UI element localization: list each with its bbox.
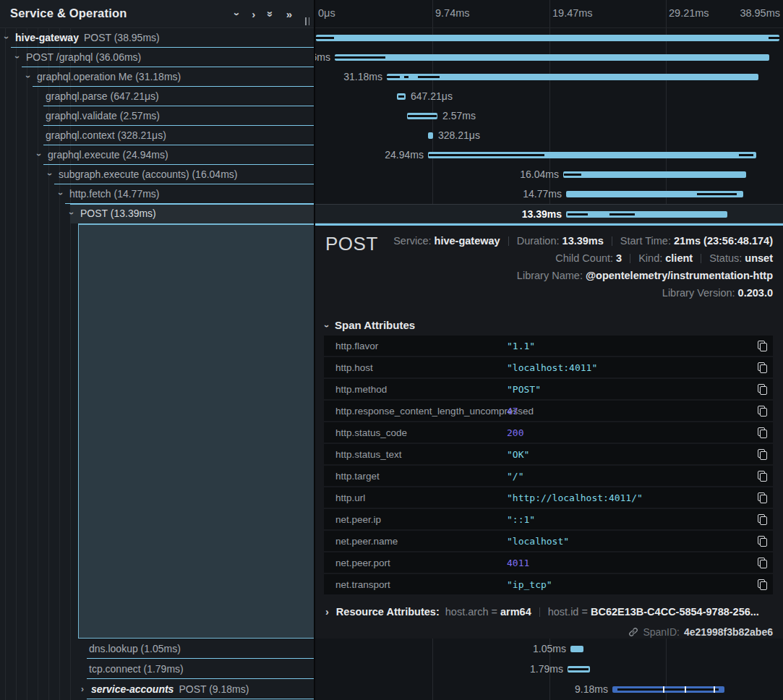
copy-icon[interactable]: [758, 471, 767, 482]
span-duration-bar[interactable]: [612, 686, 724, 693]
critical-path-segment: [335, 56, 385, 59]
span-bar-row[interactable]: 328.21μs: [315, 126, 783, 145]
span-tree-row[interactable]: ›hive-gatewayPOST (38.95ms): [0, 28, 314, 48]
attribute-key: http.target: [324, 471, 507, 482]
chevron-down-icon[interactable]: ›: [45, 173, 55, 176]
span-bar-row[interactable]: 1.05ms: [315, 639, 783, 659]
copy-icon[interactable]: [758, 492, 767, 503]
span-duration-bar[interactable]: [397, 93, 406, 100]
span-tree-row[interactable]: ›POST (13.39ms): [0, 204, 314, 223]
span-tree-row[interactable]: graphql.parse (647.21μs): [0, 87, 314, 106]
span-tree-row[interactable]: ›graphql.operation Me (31.18ms): [0, 67, 314, 87]
chevron-down-icon[interactable]: ›: [23, 75, 33, 78]
attribute-row: http.host"localhost:4011": [324, 357, 773, 377]
chevron-down-icon[interactable]: ›: [232, 12, 243, 16]
attribute-key: http.status_code: [324, 427, 507, 438]
span-bar-row[interactable]: 647.21μs: [315, 87, 783, 106]
chevron-down-icon[interactable]: ›: [67, 212, 77, 215]
span-tree-row[interactable]: graphql.validate (2.57ms): [0, 106, 314, 126]
span-tree-row[interactable]: ›graphql.execute (24.94ms): [0, 145, 314, 165]
span-duration-bar[interactable]: [568, 666, 590, 673]
child-span-tick: [663, 686, 664, 693]
service-name: service-accounts: [91, 683, 174, 695]
attribute-value: "localhost:4011": [507, 362, 751, 373]
span-duration-bar[interactable]: [387, 74, 758, 80]
bar-duration-label: 328.21μs: [438, 129, 480, 141]
span-detail-panel: POST Service: hive-gatewayDuration: 13.3…: [315, 223, 783, 639]
span-duration-bar[interactable]: [563, 171, 746, 178]
copy-icon[interactable]: [758, 449, 767, 460]
span-tree-row[interactable]: ›POST /graphql (36.06ms): [0, 48, 314, 67]
span-duration-bar[interactable]: [566, 191, 743, 197]
copy-icon[interactable]: [758, 427, 767, 438]
span-bar-row[interactable]: 2.57ms: [315, 106, 783, 126]
span-tree-row[interactable]: dns.lookup (1.05ms): [0, 639, 314, 659]
chevron-down-icon[interactable]: ›: [1, 36, 12, 39]
span-bar-row[interactable]: 24.94ms: [315, 145, 783, 165]
timeline-panel: 0μs9.74ms19.47ms29.21ms38.95ms 36.06ms31…: [315, 0, 783, 700]
attribute-key: http.method: [324, 384, 507, 395]
attribute-value: 47: [507, 406, 751, 417]
span-duration-bar[interactable]: [316, 35, 779, 41]
span-bar-row[interactable]: 31.18ms: [315, 67, 783, 87]
span-tree-row[interactable]: graphql.context (328.21μs): [0, 126, 314, 145]
field-label: Library Name:: [517, 270, 586, 281]
chevron-down-icon[interactable]: ›: [56, 192, 66, 195]
span-tree-row[interactable]: tcp.connect (1.79ms): [0, 660, 314, 679]
resource-attributes-toggle[interactable]: ›Resource Attributes: host.arch = arm64h…: [325, 606, 759, 618]
chevron-down-icon[interactable]: ›: [34, 153, 44, 156]
span-duration-bar[interactable]: [335, 54, 769, 61]
attribute-value: "localhost": [507, 536, 751, 547]
double-chevron-down-icon[interactable]: »: [265, 11, 276, 17]
attribute-value: "ip_tcp": [507, 579, 751, 590]
bar-duration-label: 1.05ms: [533, 643, 566, 654]
field-value: 21ms (23:56:48.174): [674, 235, 773, 247]
span-tree-row[interactable]: ›http.fetch (14.77ms): [0, 184, 314, 204]
field-value: hive-gateway: [435, 235, 500, 247]
attribute-value: "/": [507, 471, 751, 482]
attribute-key: net.peer.port: [324, 558, 507, 568]
attribute-key: http.status_text: [324, 449, 507, 460]
span-duration-bar[interactable]: [428, 152, 756, 158]
span-bar-row[interactable]: 13.39ms: [315, 204, 783, 223]
copy-icon[interactable]: [758, 558, 767, 568]
span-bar-row[interactable]: 36.06ms: [315, 48, 783, 67]
copy-icon[interactable]: [758, 384, 767, 395]
chevron-right-icon[interactable]: ›: [81, 684, 84, 694]
span-duration-bar[interactable]: [570, 646, 583, 652]
span-tree-row[interactable]: ›service-accountsPOST (9.18ms): [0, 680, 314, 699]
bar-duration-label: 2.57ms: [442, 110, 476, 121]
time-tick-label: 29.21ms: [669, 7, 709, 19]
chevron-down-icon: ›: [322, 325, 332, 328]
span-attributes-section-toggle[interactable]: ›Span Attributes: [325, 319, 415, 331]
copy-icon[interactable]: [758, 514, 767, 525]
span-tree-row[interactable]: ›subgraph.execute (accounts) (16.04ms): [0, 165, 314, 184]
copy-icon[interactable]: [758, 406, 767, 417]
child-span-tick: [685, 686, 686, 693]
copy-icon[interactable]: [758, 536, 767, 547]
span-bar-row[interactable]: 1.79ms: [315, 660, 783, 679]
span-bar-row[interactable]: 16.04ms: [315, 165, 783, 184]
span-name-label: POST /graphql (36.06ms): [26, 51, 141, 63]
field-value: client: [665, 252, 693, 264]
critical-path-segment: [609, 213, 635, 215]
copy-icon[interactable]: [758, 341, 767, 351]
span-duration-bar[interactable]: [407, 113, 437, 119]
span-overview-line: Library Version: 0.203.0: [393, 287, 773, 304]
chevron-down-icon[interactable]: ›: [12, 56, 22, 59]
span-duration-bar[interactable]: [428, 132, 433, 139]
chevron-right-icon[interactable]: ›: [252, 9, 255, 20]
span-bar-row[interactable]: 9.18ms: [315, 680, 783, 699]
span-bar-row[interactable]: [315, 28, 783, 48]
panel-resize-grip[interactable]: [305, 17, 309, 25]
span-duration-bar[interactable]: [566, 211, 727, 218]
double-chevron-right-icon[interactable]: »: [286, 9, 292, 20]
link-icon: [628, 627, 638, 637]
copy-icon[interactable]: [758, 362, 767, 373]
time-ruler: 0μs9.74ms19.47ms29.21ms38.95ms: [315, 0, 783, 28]
copy-icon[interactable]: [758, 579, 767, 590]
resource-value: BC62E13B-C4CC-5854-9788-256...: [591, 606, 759, 618]
span-bar-row[interactable]: 14.77ms: [315, 184, 783, 204]
critical-path-segment: [564, 174, 581, 176]
attribute-row: net.transport"ip_tcp": [324, 574, 773, 594]
